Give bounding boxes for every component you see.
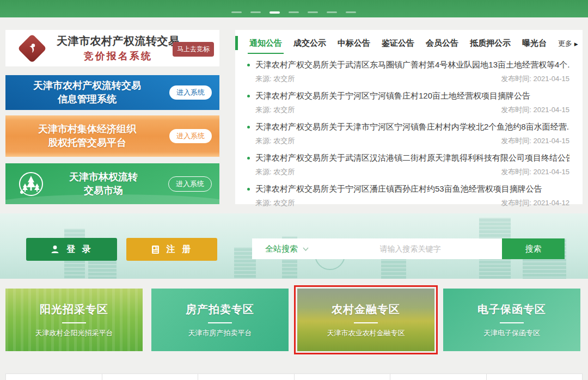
enter-system-button[interactable]: 进入系统	[169, 129, 212, 143]
footer-cell[interactable]	[198, 373, 295, 380]
announcement-source: 来源: 农交所	[255, 167, 295, 177]
enter-system-button[interactable]: 进入系统	[169, 85, 212, 100]
top-carousel-bar	[0, 0, 588, 17]
carousel-dot[interactable]	[231, 11, 242, 13]
announcement-meta: 来源: 农交所发布时间: 2021-04-15	[255, 105, 569, 115]
announcement-meta: 来源: 农交所发布时间: 2021-04-12	[255, 198, 569, 208]
zone-divider	[62, 322, 86, 323]
announcement-tabs: 通知公告 成交公示 中标公告 鉴证公告 会员公告 抵质押公示 曝光台 更多 ▶	[235, 30, 583, 54]
zone-card-rural-finance[interactable]: 农村金融专区 天津市农业农村金融专区	[297, 289, 434, 351]
footer-cell[interactable]	[487, 373, 583, 380]
zone-divider	[500, 322, 524, 323]
bullet-icon	[247, 126, 250, 128]
carousel-indicators	[231, 11, 356, 14]
bullet-icon	[247, 157, 250, 160]
carousel-dot-active[interactable]	[270, 11, 280, 14]
announcement-item[interactable]: 天津农村产权交易所关于武清区东马圈镇广善村第4号林业队园地13亩土地经营权等4个…	[247, 60, 569, 84]
banner-line: 交易市场	[44, 184, 163, 198]
announcement-title: 天津农村产权交易所关于宁河区宁河镇鲁庄村120亩土地经营权项目摘牌公告	[255, 91, 530, 101]
announcement-meta: 来源: 农交所发布时间: 2021-04-15	[255, 136, 569, 146]
tab-notice[interactable]: 通知公告	[249, 38, 282, 48]
footer-link-strip	[5, 373, 583, 380]
announcement-time: 发布时间: 2021-04-15	[501, 136, 569, 146]
carousel-dot[interactable]	[289, 11, 299, 13]
announcement-meta: 来源: 农交所发布时间: 2021-04-15	[255, 167, 569, 177]
footer-cell[interactable]	[390, 373, 487, 380]
announcement-title-row: 天津农村产权交易所关于天津市宁河区宁河镇鲁庄村村内学校北2个鱼池约8亩水面经营.…	[247, 122, 569, 132]
announcement-title-row: 天津农村产权交易所关于宁河区宁河镇鲁庄村120亩土地经营权项目摘牌公告	[247, 91, 569, 101]
forest-trees-icon	[17, 170, 45, 200]
announcement-time: 发布时间: 2021-04-15	[501, 74, 569, 84]
search-scope-label: 全站搜索	[265, 244, 298, 254]
announcement-list: 天津农村产权交易所关于武清区东马圈镇广善村第4号林业队园地13亩土地经营权等4个…	[235, 54, 583, 208]
chevron-down-icon	[303, 247, 309, 251]
equity-trusteeship-banner[interactable]: 天津市村集体经济组织 股权托管交易平台 进入系统	[5, 115, 219, 157]
carousel-dot[interactable]	[327, 11, 337, 13]
tab-member[interactable]: 会员公告	[426, 38, 458, 48]
banner-text: 天津市村集体经济组织 股权托管交易平台	[5, 122, 169, 150]
bullet-icon	[247, 188, 250, 191]
banner-line: 天津市林权流转	[44, 170, 163, 184]
bullet-icon	[247, 64, 250, 66]
enter-system-button[interactable]: 进入系统	[168, 176, 212, 192]
tab-pledge[interactable]: 抵质押公示	[470, 38, 511, 48]
announcement-item[interactable]: 天津农村产权交易所关于天津市宁河区宁河镇鲁庄村村内学校北2个鱼池约8亩水面经营.…	[247, 122, 569, 146]
search-input[interactable]	[318, 238, 502, 259]
bidding-system-logo-card[interactable]: 天津市农村产权流转交易 竞价报名系统 马上去竞标	[5, 30, 219, 66]
zone-title: 房产拍卖专区	[186, 302, 254, 317]
announcement-meta: 来源: 农交所发布时间: 2021-04-15	[255, 74, 569, 84]
logo-subtitle: 竞价报名系统	[57, 50, 180, 63]
forest-rights-banner[interactable]: 天津市林权流转 交易市场 进入系统	[5, 163, 219, 204]
zone-card-sunshine-procurement[interactable]: 阳光招采专区 天津政村企阳光招采平台	[5, 289, 143, 351]
zone-card-e-guarantee[interactable]: 电子保函专区 天津电子保函专区	[443, 289, 580, 351]
banner-line: 信息管理系统	[5, 93, 169, 106]
announcement-item[interactable]: 天津农村产权交易所关于宁河区潘庄镇西孙庄村约53亩鱼池经营权项目摘牌公告 来源:…	[247, 184, 569, 208]
register-button[interactable]: 注 册	[126, 238, 217, 261]
announcement-item[interactable]: 天津农村产权交易所关于宁河区宁河镇鲁庄村120亩土地经营权项目摘牌公告 来源: …	[247, 91, 569, 115]
announcement-source: 来源: 农交所	[255, 136, 295, 146]
search-scope-select[interactable]: 全站搜索	[252, 244, 318, 254]
login-label: 登 录	[66, 244, 93, 255]
zone-subtitle: 天津电子保函专区	[483, 328, 540, 338]
footer-cell[interactable]	[295, 373, 391, 380]
announcement-source: 来源: 农交所	[255, 74, 295, 84]
announcement-panel: 通知公告 成交公示 中标公告 鉴证公告 会员公告 抵质押公示 曝光台 更多 ▶ …	[235, 30, 583, 204]
go-bid-button[interactable]: 马上去竞标	[173, 42, 214, 57]
banner-text: 天津市农村产权流转交易 信息管理系统	[5, 79, 169, 106]
more-arrow-icon: ▶	[574, 41, 578, 47]
zone-subtitle: 天津市房产拍卖平台	[188, 328, 252, 338]
user-icon	[50, 244, 60, 254]
announcement-source: 来源: 农交所	[255, 198, 295, 208]
site-search-bar: 全站搜索 搜索	[252, 238, 565, 259]
footer-cell[interactable]	[102, 373, 199, 380]
announcement-title-row: 天津农村产权交易所关于武清区汉沽港镇二街村原天津凯得利科技有限公司项目终结公告	[247, 153, 569, 163]
more-label: 更多	[558, 39, 572, 47]
search-button[interactable]: 搜索	[502, 238, 565, 259]
announcement-title-row: 天津农村产权交易所关于武清区东马圈镇广善村第4号林业队园地13亩土地经营权等4个…	[247, 60, 569, 70]
announcement-title: 天津农村产权交易所关于天津市宁河区宁河镇鲁庄村村内学校北2个鱼池约8亩水面经营.…	[255, 122, 569, 132]
banner-line: 天津市村集体经济组织	[5, 122, 169, 136]
banner-line: 股权托管交易平台	[5, 136, 169, 150]
tab-winning-bid[interactable]: 中标公告	[338, 38, 370, 48]
tab-deal-publicity[interactable]: 成交公示	[293, 38, 326, 48]
more-button[interactable]: 更多 ▶	[558, 39, 578, 48]
zone-title: 农村金融专区	[332, 302, 400, 317]
footer-cell[interactable]	[5, 373, 102, 380]
tab-exposure[interactable]: 曝光台	[522, 38, 547, 48]
announcement-source: 来源: 农交所	[255, 105, 295, 115]
zone-card-real-estate-auction[interactable]: 房产拍卖专区 天津市房产拍卖平台	[151, 289, 289, 351]
carousel-dot[interactable]	[308, 11, 318, 13]
carousel-dot[interactable]	[250, 11, 261, 13]
zone-divider	[354, 322, 378, 323]
logo-text: 天津市农村产权流转交易 竞价报名系统	[57, 34, 180, 63]
zone-subtitle: 天津政村企阳光招采平台	[35, 328, 113, 338]
announcement-item[interactable]: 天津农村产权交易所关于武清区汉沽港镇二街村原天津凯得利科技有限公司项目终结公告 …	[247, 153, 569, 177]
announcement-title-row: 天津农村产权交易所关于宁河区潘庄镇西孙庄村约53亩鱼池经营权项目摘牌公告	[247, 184, 569, 194]
carousel-dot[interactable]	[346, 11, 356, 13]
tab-authentication[interactable]: 鉴证公告	[382, 38, 414, 48]
announcement-title: 天津农村产权交易所关于武清区汉沽港镇二街村原天津凯得利科技有限公司项目终结公告	[255, 153, 569, 163]
brand-diamond-icon	[17, 34, 47, 63]
login-button[interactable]: 登 录	[26, 238, 117, 261]
info-management-banner[interactable]: 天津市农村产权流转交易 信息管理系统 进入系统	[5, 75, 219, 110]
announcement-time: 发布时间: 2021-04-15	[501, 105, 569, 115]
